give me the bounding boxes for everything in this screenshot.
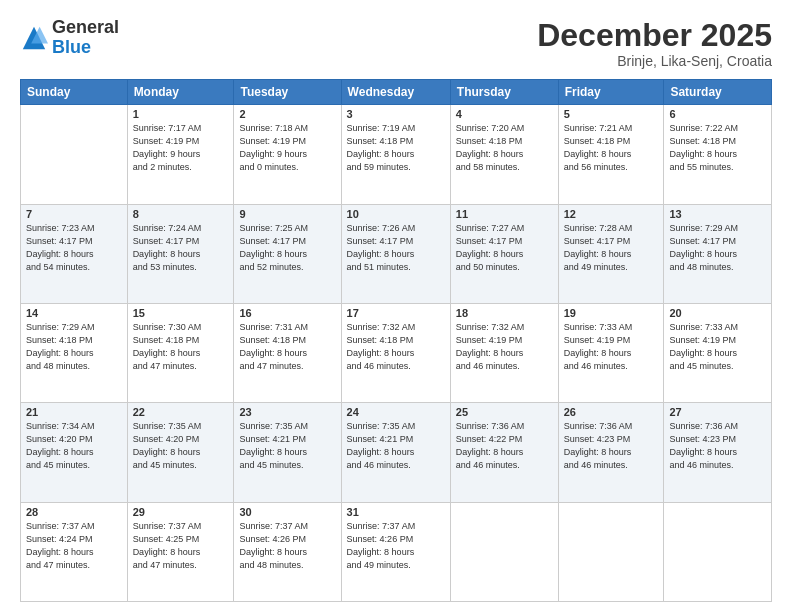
calendar-cell: 21Sunrise: 7:34 AM Sunset: 4:20 PM Dayli…: [21, 403, 128, 502]
day-number: 1: [133, 108, 229, 120]
day-info: Sunrise: 7:36 AM Sunset: 4:23 PM Dayligh…: [669, 420, 766, 472]
month-title: December 2025: [537, 18, 772, 53]
logo: General Blue: [20, 18, 119, 58]
day-number: 8: [133, 208, 229, 220]
day-number: 11: [456, 208, 553, 220]
calendar-cell: 6Sunrise: 7:22 AM Sunset: 4:18 PM Daylig…: [664, 105, 772, 204]
day-info: Sunrise: 7:18 AM Sunset: 4:19 PM Dayligh…: [239, 122, 335, 174]
calendar-cell: 9Sunrise: 7:25 AM Sunset: 4:17 PM Daylig…: [234, 204, 341, 303]
day-info: Sunrise: 7:37 AM Sunset: 4:26 PM Dayligh…: [239, 520, 335, 572]
day-info: Sunrise: 7:33 AM Sunset: 4:19 PM Dayligh…: [564, 321, 659, 373]
calendar-week-row: 14Sunrise: 7:29 AM Sunset: 4:18 PM Dayli…: [21, 303, 772, 402]
day-number: 22: [133, 406, 229, 418]
day-info: Sunrise: 7:36 AM Sunset: 4:22 PM Dayligh…: [456, 420, 553, 472]
header-day: Tuesday: [234, 80, 341, 105]
day-info: Sunrise: 7:24 AM Sunset: 4:17 PM Dayligh…: [133, 222, 229, 274]
day-info: Sunrise: 7:20 AM Sunset: 4:18 PM Dayligh…: [456, 122, 553, 174]
day-info: Sunrise: 7:37 AM Sunset: 4:24 PM Dayligh…: [26, 520, 122, 572]
calendar-cell: 27Sunrise: 7:36 AM Sunset: 4:23 PM Dayli…: [664, 403, 772, 502]
calendar-cell: 14Sunrise: 7:29 AM Sunset: 4:18 PM Dayli…: [21, 303, 128, 402]
day-number: 18: [456, 307, 553, 319]
day-info: Sunrise: 7:27 AM Sunset: 4:17 PM Dayligh…: [456, 222, 553, 274]
logo-text: General Blue: [52, 18, 119, 58]
header-day: Monday: [127, 80, 234, 105]
calendar-cell: 19Sunrise: 7:33 AM Sunset: 4:19 PM Dayli…: [558, 303, 664, 402]
day-info: Sunrise: 7:25 AM Sunset: 4:17 PM Dayligh…: [239, 222, 335, 274]
day-info: Sunrise: 7:29 AM Sunset: 4:17 PM Dayligh…: [669, 222, 766, 274]
calendar-cell: 29Sunrise: 7:37 AM Sunset: 4:25 PM Dayli…: [127, 502, 234, 601]
calendar-cell: 31Sunrise: 7:37 AM Sunset: 4:26 PM Dayli…: [341, 502, 450, 601]
calendar-week-row: 28Sunrise: 7:37 AM Sunset: 4:24 PM Dayli…: [21, 502, 772, 601]
day-number: 6: [669, 108, 766, 120]
header-row: SundayMondayTuesdayWednesdayThursdayFrid…: [21, 80, 772, 105]
calendar-cell: [558, 502, 664, 601]
calendar-cell: 24Sunrise: 7:35 AM Sunset: 4:21 PM Dayli…: [341, 403, 450, 502]
calendar-cell: [21, 105, 128, 204]
logo-icon: [20, 24, 48, 52]
calendar-header: SundayMondayTuesdayWednesdayThursdayFrid…: [21, 80, 772, 105]
calendar-cell: 11Sunrise: 7:27 AM Sunset: 4:17 PM Dayli…: [450, 204, 558, 303]
logo-general: General: [52, 18, 119, 38]
day-number: 9: [239, 208, 335, 220]
day-info: Sunrise: 7:23 AM Sunset: 4:17 PM Dayligh…: [26, 222, 122, 274]
day-info: Sunrise: 7:22 AM Sunset: 4:18 PM Dayligh…: [669, 122, 766, 174]
calendar-cell: 10Sunrise: 7:26 AM Sunset: 4:17 PM Dayli…: [341, 204, 450, 303]
day-number: 4: [456, 108, 553, 120]
calendar-cell: 3Sunrise: 7:19 AM Sunset: 4:18 PM Daylig…: [341, 105, 450, 204]
header-day: Thursday: [450, 80, 558, 105]
day-info: Sunrise: 7:36 AM Sunset: 4:23 PM Dayligh…: [564, 420, 659, 472]
calendar-cell: 16Sunrise: 7:31 AM Sunset: 4:18 PM Dayli…: [234, 303, 341, 402]
calendar-cell: 4Sunrise: 7:20 AM Sunset: 4:18 PM Daylig…: [450, 105, 558, 204]
calendar-cell: 15Sunrise: 7:30 AM Sunset: 4:18 PM Dayli…: [127, 303, 234, 402]
day-number: 15: [133, 307, 229, 319]
day-info: Sunrise: 7:32 AM Sunset: 4:19 PM Dayligh…: [456, 321, 553, 373]
day-number: 16: [239, 307, 335, 319]
calendar-cell: 13Sunrise: 7:29 AM Sunset: 4:17 PM Dayli…: [664, 204, 772, 303]
day-number: 27: [669, 406, 766, 418]
day-number: 5: [564, 108, 659, 120]
day-info: Sunrise: 7:35 AM Sunset: 4:21 PM Dayligh…: [239, 420, 335, 472]
header-day: Wednesday: [341, 80, 450, 105]
day-number: 25: [456, 406, 553, 418]
day-number: 7: [26, 208, 122, 220]
day-number: 24: [347, 406, 445, 418]
day-info: Sunrise: 7:29 AM Sunset: 4:18 PM Dayligh…: [26, 321, 122, 373]
calendar-cell: 25Sunrise: 7:36 AM Sunset: 4:22 PM Dayli…: [450, 403, 558, 502]
calendar-cell: 26Sunrise: 7:36 AM Sunset: 4:23 PM Dayli…: [558, 403, 664, 502]
day-number: 2: [239, 108, 335, 120]
day-info: Sunrise: 7:37 AM Sunset: 4:26 PM Dayligh…: [347, 520, 445, 572]
day-number: 30: [239, 506, 335, 518]
day-number: 12: [564, 208, 659, 220]
calendar-week-row: 1Sunrise: 7:17 AM Sunset: 4:19 PM Daylig…: [21, 105, 772, 204]
day-info: Sunrise: 7:35 AM Sunset: 4:20 PM Dayligh…: [133, 420, 229, 472]
calendar-cell: 20Sunrise: 7:33 AM Sunset: 4:19 PM Dayli…: [664, 303, 772, 402]
calendar-cell: 30Sunrise: 7:37 AM Sunset: 4:26 PM Dayli…: [234, 502, 341, 601]
day-info: Sunrise: 7:30 AM Sunset: 4:18 PM Dayligh…: [133, 321, 229, 373]
header-day: Friday: [558, 80, 664, 105]
calendar-cell: 8Sunrise: 7:24 AM Sunset: 4:17 PM Daylig…: [127, 204, 234, 303]
calendar-cell: 23Sunrise: 7:35 AM Sunset: 4:21 PM Dayli…: [234, 403, 341, 502]
calendar-body: 1Sunrise: 7:17 AM Sunset: 4:19 PM Daylig…: [21, 105, 772, 602]
calendar-cell: 17Sunrise: 7:32 AM Sunset: 4:18 PM Dayli…: [341, 303, 450, 402]
day-number: 20: [669, 307, 766, 319]
header: General Blue December 2025 Brinje, Lika-…: [20, 18, 772, 69]
calendar-cell: 18Sunrise: 7:32 AM Sunset: 4:19 PM Dayli…: [450, 303, 558, 402]
calendar-cell: [664, 502, 772, 601]
day-info: Sunrise: 7:31 AM Sunset: 4:18 PM Dayligh…: [239, 321, 335, 373]
calendar-cell: 2Sunrise: 7:18 AM Sunset: 4:19 PM Daylig…: [234, 105, 341, 204]
day-number: 3: [347, 108, 445, 120]
day-info: Sunrise: 7:19 AM Sunset: 4:18 PM Dayligh…: [347, 122, 445, 174]
calendar-cell: 1Sunrise: 7:17 AM Sunset: 4:19 PM Daylig…: [127, 105, 234, 204]
day-number: 13: [669, 208, 766, 220]
calendar-week-row: 21Sunrise: 7:34 AM Sunset: 4:20 PM Dayli…: [21, 403, 772, 502]
day-number: 23: [239, 406, 335, 418]
day-info: Sunrise: 7:26 AM Sunset: 4:17 PM Dayligh…: [347, 222, 445, 274]
day-info: Sunrise: 7:33 AM Sunset: 4:19 PM Dayligh…: [669, 321, 766, 373]
calendar-table: SundayMondayTuesdayWednesdayThursdayFrid…: [20, 79, 772, 602]
calendar-cell: 28Sunrise: 7:37 AM Sunset: 4:24 PM Dayli…: [21, 502, 128, 601]
day-info: Sunrise: 7:34 AM Sunset: 4:20 PM Dayligh…: [26, 420, 122, 472]
day-number: 29: [133, 506, 229, 518]
calendar-cell: 22Sunrise: 7:35 AM Sunset: 4:20 PM Dayli…: [127, 403, 234, 502]
day-number: 17: [347, 307, 445, 319]
calendar-week-row: 7Sunrise: 7:23 AM Sunset: 4:17 PM Daylig…: [21, 204, 772, 303]
